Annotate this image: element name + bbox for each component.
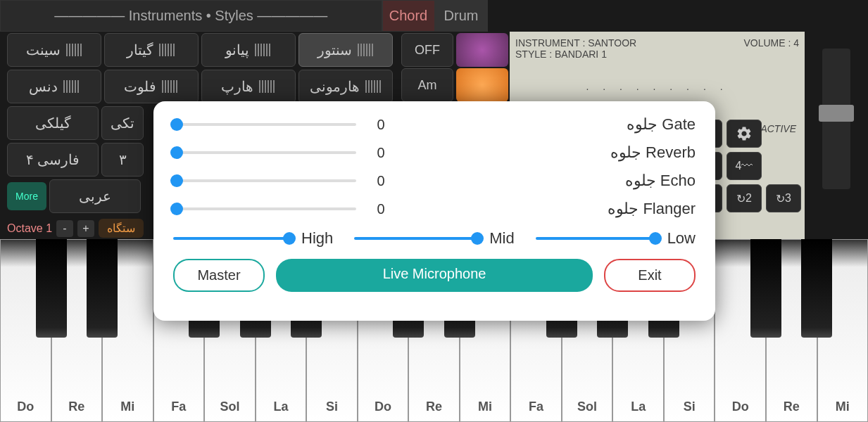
keys-icon: [358, 44, 375, 56]
key-label: Do: [17, 399, 34, 414]
eq-high-slider[interactable]: [173, 237, 293, 240]
loop-3-button[interactable]: ↻3: [766, 184, 801, 212]
octave-plus[interactable]: +: [77, 220, 94, 237]
key-label: Re: [68, 399, 84, 414]
fx-slider-1[interactable]: [173, 151, 356, 154]
keys-icon: [66, 44, 83, 56]
key-label: La: [631, 399, 646, 414]
fx-value-2: 0: [370, 173, 391, 189]
key-label: Do: [375, 399, 391, 414]
instrument-harp[interactable]: هارپ: [201, 70, 296, 103]
instrument-gilaki[interactable]: گیلکی: [7, 106, 99, 140]
instrument-taki[interactable]: تکی: [101, 106, 144, 140]
keys-icon: [365, 80, 382, 93]
exit-button[interactable]: Exit: [604, 259, 696, 292]
eq-high-label: High: [301, 229, 333, 248]
eq-low-slider[interactable]: [536, 237, 659, 240]
fx-label-1: جلوه Reverb: [405, 143, 696, 162]
instrument-synth[interactable]: سینت: [7, 33, 101, 67]
keys-icon: [159, 44, 176, 56]
keys-icon: [259, 80, 276, 93]
octave-minus[interactable]: -: [56, 220, 73, 237]
octave-label: Octave 1: [7, 222, 52, 235]
key-label: Mi: [836, 399, 850, 414]
fx-value-1: 0: [370, 145, 391, 161]
header-drum[interactable]: Drum: [435, 0, 488, 32]
instrument-guitar[interactable]: گیتار: [104, 33, 199, 67]
instrument-santoor[interactable]: سنتور: [298, 33, 393, 67]
lcd-dots: . . . . . . . . .: [515, 81, 799, 92]
lcd-style: STYLE : BANDARI 1: [515, 49, 799, 60]
key-label: Re: [784, 399, 800, 414]
fx-label-3: جلوه Flanger: [405, 200, 696, 218]
instrument-harmony[interactable]: هارمونی: [298, 70, 393, 103]
fx-slider-0[interactable]: [173, 123, 356, 126]
settings-button[interactable]: [727, 120, 762, 148]
black-key-0[interactable]: [36, 239, 67, 338]
instrument-farsi4[interactable]: فارسی ۴: [7, 143, 99, 177]
fx-label-0: جلوه Gate: [405, 115, 696, 134]
header-instruments-styles[interactable]: ————— Instruments • Styles —————: [0, 0, 382, 32]
eq-low-label: Low: [667, 229, 696, 248]
more-button[interactable]: More: [7, 182, 46, 210]
live-microphone-button[interactable]: Live Microphone: [276, 259, 593, 292]
chord-am[interactable]: Am: [401, 68, 453, 102]
loop-icon: ↻: [736, 192, 746, 205]
fx-value-0: 0: [370, 117, 391, 133]
black-key-1[interactable]: [87, 239, 118, 338]
key-label: Do: [732, 399, 749, 414]
drum-pad-2[interactable]: [456, 68, 508, 102]
key-label: Fa: [529, 399, 543, 414]
volume-panel: [805, 32, 868, 239]
master-button[interactable]: Master: [173, 259, 265, 292]
wave-4-button[interactable]: 4〰: [727, 152, 762, 180]
drum-pad-1[interactable]: [456, 33, 508, 67]
instrument-piano[interactable]: پیانو: [201, 33, 296, 67]
keys-icon: [162, 80, 179, 93]
eq-mid-label: Mid: [489, 229, 514, 248]
dastgah-button[interactable]: ستگاه: [99, 219, 144, 238]
volume-slider[interactable]: [822, 49, 850, 189]
black-key-15[interactable]: [801, 239, 832, 338]
key-label: La: [273, 399, 288, 414]
chord-off[interactable]: OFF: [401, 33, 453, 67]
instrument-dance[interactable]: دنس: [7, 70, 101, 103]
key-label: Fa: [171, 399, 186, 414]
instrument-arabic[interactable]: عربی: [49, 179, 141, 213]
fx-slider-2[interactable]: [173, 179, 356, 182]
lcd-volume: VOLUME : 4: [743, 37, 799, 49]
key-label: Re: [426, 399, 442, 414]
keys-icon: [255, 44, 272, 56]
eq-mid-slider[interactable]: [354, 237, 481, 240]
key-label: Mi: [478, 399, 492, 414]
loop-2-button[interactable]: ↻2: [727, 184, 762, 212]
instrument-flute[interactable]: فلوت: [104, 70, 199, 103]
fx-slider-3[interactable]: [173, 207, 356, 210]
key-label: Mi: [120, 399, 134, 414]
volume-thumb[interactable]: [819, 105, 854, 122]
effects-modal: 0 جلوه Gate 0 جلوه Reverb 0 جلوه Echo 0 …: [153, 101, 715, 321]
key-label: Sol: [220, 399, 239, 414]
key-label: Si: [684, 399, 696, 414]
header-chord[interactable]: Chord: [382, 0, 435, 32]
instrument-3[interactable]: ۳: [101, 143, 144, 177]
keys-icon: [63, 80, 80, 93]
fx-value-3: 0: [370, 201, 391, 217]
key-label: Si: [326, 399, 338, 414]
key-label: Sol: [577, 399, 597, 414]
fx-label-2: جلوه Echo: [405, 172, 696, 190]
loop-icon: ↻: [776, 192, 785, 205]
wave-icon: 〰: [741, 160, 753, 172]
lcd-instrument: INSTRUMENT : SANTOOR: [515, 37, 636, 49]
black-key-14[interactable]: [750, 239, 781, 338]
